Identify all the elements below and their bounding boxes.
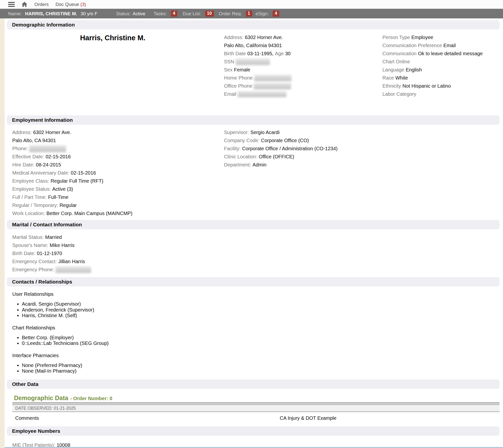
field-value: Employee bbox=[411, 35, 433, 40]
field-label: Clinic Location: bbox=[224, 154, 257, 160]
info-row: SexFemale bbox=[224, 66, 292, 74]
info-row: Address:6302 Horner Ave. bbox=[224, 33, 292, 42]
section-header-marital-contact-information[interactable]: Marital / Contact Information bbox=[7, 220, 500, 229]
redacted-phone bbox=[29, 145, 66, 152]
relationship-group-heading: Interface Pharmacies bbox=[12, 352, 109, 359]
field-label: Email bbox=[224, 91, 236, 97]
field-value: 03-11-1995, bbox=[247, 51, 273, 56]
patient-full-name-heading: Harris, Christine M. bbox=[80, 34, 145, 42]
comments-row: Comments CA Injury & DOT Example bbox=[12, 415, 500, 422]
field-label: Address: bbox=[12, 130, 32, 135]
section-header-contacts-relationships[interactable]: Contacts / Relationships bbox=[7, 277, 500, 287]
info-row: Facility:Corporate Office / Administrati… bbox=[224, 144, 339, 153]
status-value: Active bbox=[133, 11, 145, 16]
field-value: Office (OFFICE) bbox=[259, 154, 294, 160]
field-label: Ethnicity bbox=[382, 83, 401, 89]
toolbar-link-doc-queue[interactable]: Doc Queue(3) bbox=[55, 2, 86, 7]
section-header-employee-numbers[interactable]: Employee Numbers bbox=[7, 426, 500, 436]
info-row: Person TypeEmployee bbox=[382, 33, 484, 42]
list-item: None (Preferred Pharmacy) bbox=[22, 363, 109, 368]
order-req-badge[interactable]: 1 bbox=[246, 11, 252, 17]
list-item: 0::Leeds::Lab Technicians (SEG Group) bbox=[22, 340, 109, 346]
field-label: Employee Status: bbox=[12, 186, 51, 192]
info-row: Spouse's Name:Mike Harris bbox=[12, 241, 91, 249]
field-label: Home Phone bbox=[224, 75, 253, 81]
relationship-group-heading: User Relationships bbox=[12, 290, 109, 298]
info-row: Email bbox=[224, 90, 292, 98]
section-header-employment-information[interactable]: Employment Information bbox=[7, 115, 500, 125]
info-row: SSN bbox=[224, 58, 292, 66]
field-value: Married bbox=[45, 234, 62, 240]
doc-queue-label: Doc Queue bbox=[55, 2, 79, 7]
info-row: Marital Status:Married bbox=[12, 233, 91, 241]
field-value: 6302 Horner Ave. bbox=[33, 130, 71, 135]
patient-name[interactable]: HARRIS, CHRISTINE M. bbox=[25, 11, 77, 16]
info-row: Employee Status:Active (3) bbox=[12, 185, 134, 193]
home-icon[interactable] bbox=[21, 1, 28, 7]
info-row: Clinic Location:Office (OFFICE) bbox=[224, 153, 339, 161]
field-label: Sex bbox=[224, 67, 232, 73]
page: Orders Doc Queue(3) Name: HARRIS, CHRIST… bbox=[0, 0, 503, 448]
section-header-other-data[interactable]: Other Data bbox=[7, 380, 500, 389]
info-row: Communication PreferenceEmail bbox=[382, 42, 484, 49]
field-value: 01-12-1970 bbox=[37, 251, 62, 256]
order-number-label: - Order Number: 0 bbox=[70, 396, 112, 401]
interface-pharmacies-list: None (Preferred Pharmacy) None (Mail-In … bbox=[12, 363, 109, 374]
field-label: Language bbox=[382, 67, 404, 73]
bottom-divider bbox=[5, 447, 503, 448]
redacted-ssn bbox=[235, 59, 270, 65]
contacts-block: User Relationships Acardi, Sergio (Super… bbox=[12, 290, 109, 380]
info-row: Emergency Phone: bbox=[12, 266, 91, 274]
field-value: Corporate Office (CO) bbox=[261, 138, 309, 143]
list-item: None (Mail-In Pharmacy) bbox=[22, 368, 109, 374]
patient-name-label: Name: bbox=[8, 11, 22, 16]
field-label: Chart Online bbox=[382, 59, 410, 64]
demographic-data-link[interactable]: Demographic Data- Order Number: 0 bbox=[14, 395, 112, 402]
field-value: Regular bbox=[59, 203, 77, 208]
info-row: Supervisor:Sergio Acardi bbox=[224, 128, 339, 136]
tasks-badge[interactable]: 4 bbox=[171, 11, 177, 17]
patient-age-sex: 30 y/o F bbox=[81, 11, 98, 16]
toolbar-link-orders[interactable]: Orders bbox=[34, 2, 49, 7]
field-label: Supervisor: bbox=[224, 130, 249, 135]
field-value: 6302 Horner Ave. bbox=[245, 35, 283, 40]
tasks-label: Tasks: bbox=[154, 11, 167, 16]
field-label: Department: bbox=[224, 162, 251, 168]
info-row: Effective Date:02-15-2016 bbox=[12, 153, 134, 161]
field-label: Age bbox=[275, 51, 284, 56]
redacted-email bbox=[238, 91, 286, 97]
info-row: Work Location:Better Corp. Main Campus (… bbox=[12, 209, 134, 218]
field-label: Address: bbox=[224, 35, 243, 40]
field-value: 02-15-2016 bbox=[46, 154, 71, 160]
info-row: Palo Alto, California 94301 bbox=[224, 42, 292, 49]
relationship-group-heading: Chart Relationships bbox=[12, 324, 109, 331]
date-observed-row: DATE OBSERVED: 01-21-2025 bbox=[12, 405, 500, 412]
field-label: Company Code: bbox=[224, 138, 260, 143]
field-label: Employee Class: bbox=[12, 178, 49, 184]
field-label: Birth Date: bbox=[12, 251, 35, 256]
field-value: Mike Harris bbox=[50, 242, 74, 248]
info-row: EthnicityNot Hispanic or Latino bbox=[382, 82, 484, 90]
hamburger-menu-icon[interactable] bbox=[8, 2, 15, 7]
list-item: Harris, Christine M. (Self) bbox=[22, 313, 109, 319]
demographic-right-column: Person TypeEmployee Communication Prefer… bbox=[382, 33, 484, 98]
field-value: English bbox=[406, 67, 422, 73]
field-value: Email bbox=[443, 43, 456, 48]
field-value: Ok to leave detailed message bbox=[418, 51, 483, 56]
list-item: Anderson, Frederick (Supervisor) bbox=[22, 307, 109, 313]
section-header-demographic-information[interactable]: Demographic Information bbox=[7, 20, 500, 30]
info-row: Medical Anniversary Date:02-15-2016 bbox=[12, 169, 134, 177]
esign-label: eSign: bbox=[256, 11, 269, 16]
user-relationships-list: Acardi, Sergio (Supervisor) Anderson, Fr… bbox=[12, 301, 109, 319]
left-margin-strip bbox=[0, 18, 5, 448]
due-list-badge[interactable]: 10 bbox=[205, 11, 214, 17]
esign-badge[interactable]: 4 bbox=[273, 11, 279, 17]
info-row: CommunicationOk to leave detailed messag… bbox=[382, 49, 484, 58]
list-item: Better Corp. (Employer) bbox=[22, 335, 109, 341]
info-row: Hire Date:08-24-2015 bbox=[12, 161, 134, 169]
field-value: Sergio Acardi bbox=[250, 130, 280, 135]
field-label: Person Type bbox=[382, 35, 410, 40]
order-req-label: Order Req: bbox=[219, 11, 242, 16]
info-row: Chart Online bbox=[382, 58, 484, 66]
field-value: Full-Time bbox=[48, 194, 68, 200]
